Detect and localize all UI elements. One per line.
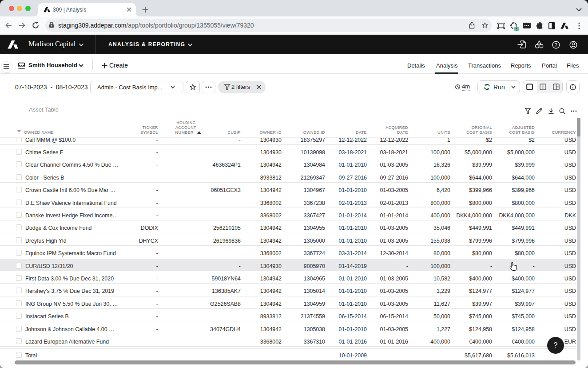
svg-text:?: ? — [555, 42, 557, 48]
